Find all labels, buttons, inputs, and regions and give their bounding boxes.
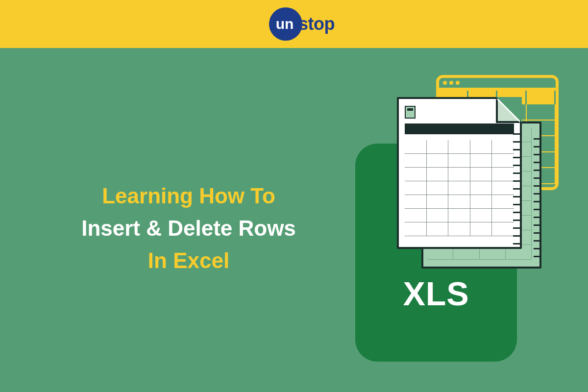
spreadsheet-front-icon — [397, 97, 522, 249]
headline-line-2: Insert & Delete Rows — [51, 213, 326, 244]
window-dot-icon — [443, 81, 447, 85]
window-titlebar — [439, 78, 556, 91]
hero-headline: Learning How To Insert & Delete Rows In … — [51, 180, 326, 276]
hero-area: Learning How To Insert & Delete Rows In … — [0, 48, 588, 392]
logo-text-right: stop — [298, 14, 335, 34]
brand-band: un stop — [0, 0, 588, 48]
headline-line-1: Learning How To — [51, 180, 326, 212]
binder-marks-icon — [534, 138, 540, 262]
binder-marks-icon — [513, 133, 521, 247]
brand-logo: un stop — [269, 7, 302, 41]
sheet-mini-icon — [405, 106, 416, 119]
window-dot-icon — [456, 81, 460, 85]
logo-circle-icon: un — [269, 7, 302, 41]
illustration: XLS — [341, 58, 566, 381]
sheet-title-band — [405, 123, 514, 134]
sheet-grid — [405, 140, 514, 240]
logo-text-left: un — [276, 16, 294, 32]
window-dot-icon — [449, 81, 453, 85]
file-extension-label: XLS — [355, 274, 517, 313]
headline-line-3: In Excel — [51, 245, 326, 276]
